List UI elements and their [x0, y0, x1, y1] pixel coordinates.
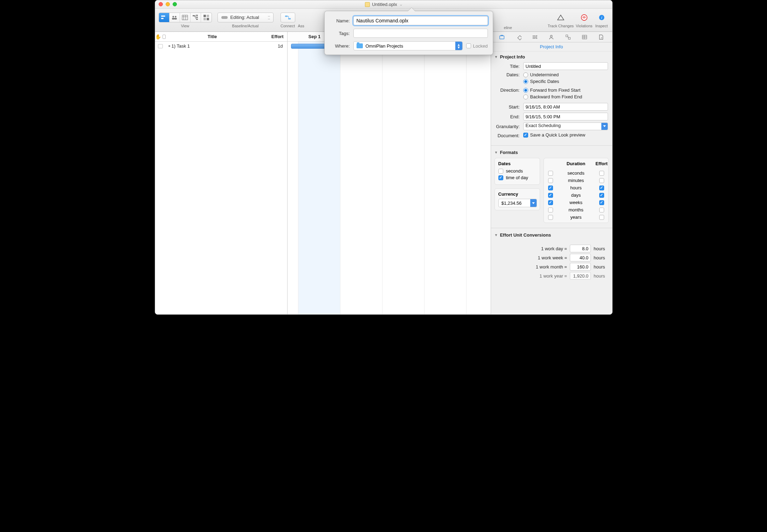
dates-tod-check[interactable]: time of day — [498, 175, 536, 180]
direction-backward-radio[interactable]: Backward from Fixed End — [523, 94, 608, 99]
view-segmented[interactable] — [159, 13, 212, 22]
svg-rect-19 — [203, 18, 206, 20]
violations-label: Violations — [576, 24, 593, 28]
dur-hours[interactable] — [548, 186, 553, 190]
tab-custom-data-icon[interactable] — [581, 33, 588, 41]
svg-rect-33 — [582, 35, 587, 39]
conv-day-field[interactable] — [570, 245, 591, 252]
note-icon[interactable] — [163, 35, 166, 39]
dur-weeks[interactable] — [548, 200, 553, 205]
gantt-body[interactable] — [288, 42, 491, 314]
locked-checkbox[interactable]: Locked — [466, 43, 488, 49]
timeline-label-partial: eline — [504, 26, 512, 31]
baseline-popup[interactable]: Editing: Actual — [217, 13, 274, 22]
section-conversions[interactable]: ▼ Effort Unit Conversions — [491, 230, 612, 240]
column-title[interactable]: Title — [166, 34, 259, 39]
tab-resource-icon[interactable] — [547, 33, 555, 41]
currency-box: Currency $1,234.56 — [495, 188, 540, 210]
tab-attachments-icon[interactable] — [597, 33, 605, 41]
conv-month-field[interactable] — [570, 263, 591, 271]
svg-rect-27 — [518, 35, 521, 40]
svg-rect-31 — [566, 35, 567, 36]
conv-week: 1 work week = hours — [491, 253, 612, 262]
violations-button[interactable] — [577, 13, 591, 22]
svg-point-28 — [536, 35, 537, 36]
section-formats[interactable]: ▼ Formats — [491, 147, 612, 158]
tags-field[interactable] — [353, 29, 488, 38]
project-title-field[interactable] — [523, 62, 608, 70]
task-effort[interactable]: 1d — [259, 43, 287, 49]
eff-months[interactable] — [599, 208, 604, 212]
eff-weeks[interactable] — [599, 200, 604, 205]
view-gantt-button[interactable] — [159, 13, 170, 22]
dur-days[interactable] — [548, 193, 553, 198]
track-changes-button[interactable] — [554, 13, 568, 22]
dur-seconds[interactable] — [548, 171, 553, 176]
currency-select[interactable]: $1,234.56 — [498, 199, 537, 207]
dates-seconds-check[interactable]: seconds — [498, 168, 536, 174]
view-styles-button[interactable] — [201, 13, 212, 22]
gantt-pane[interactable]: Sep 1 — [288, 32, 491, 314]
eff-hours[interactable] — [599, 186, 604, 190]
connect-button-wrap[interactable] — [281, 13, 295, 22]
where-select[interactable]: OmniPlan Projects ▲▼ — [353, 41, 463, 50]
svg-rect-26 — [500, 36, 504, 39]
inspector-title: Project Info — [491, 42, 612, 51]
svg-rect-21 — [285, 15, 287, 17]
row-note-icon[interactable] — [158, 44, 163, 48]
outline-pane: ✋ Title Effort 1) Task 1 1d — [155, 32, 288, 314]
eff-years[interactable] — [599, 215, 604, 220]
window-title[interactable]: Untitled.oplx ⌵ — [365, 2, 402, 7]
name-field[interactable] — [353, 16, 488, 25]
dates-box: Dates seconds time of day — [495, 158, 540, 185]
section-project-info[interactable]: ▼ Project Info — [491, 51, 612, 62]
granularity-select[interactable]: Exact Scheduling — [523, 122, 608, 130]
inspect-button[interactable]: i — [595, 13, 609, 22]
conv-week-field[interactable] — [570, 254, 591, 261]
tab-task-icon[interactable] — [531, 33, 539, 41]
dur-months[interactable] — [548, 208, 553, 212]
svg-rect-0 — [161, 15, 165, 16]
baseline-label: Baseline/Actual — [232, 24, 259, 28]
column-effort[interactable]: Effort — [259, 34, 287, 39]
tab-project-icon[interactable] — [498, 33, 506, 41]
task-row[interactable]: 1) Task 1 1d — [155, 42, 287, 51]
eff-days[interactable] — [599, 193, 604, 198]
svg-rect-12 — [196, 16, 198, 18]
zoom-button[interactable] — [173, 2, 177, 6]
quicklook-checkbox[interactable]: Save a Quick Look preview — [523, 132, 586, 138]
connect-button[interactable] — [281, 13, 295, 22]
disclosure-icon: ▼ — [495, 233, 498, 237]
inspector-pane: Project Info ▼ Project Info Title: Dates… — [491, 32, 612, 314]
tab-milestones-icon[interactable] — [514, 33, 522, 41]
svg-text:i: i — [601, 15, 602, 20]
view-resource-button[interactable] — [170, 13, 180, 22]
direction-forward-radio[interactable]: Forward from Fixed Start — [523, 88, 608, 93]
eff-seconds[interactable] — [599, 171, 604, 176]
svg-rect-4 — [172, 18, 174, 20]
title-label: Title: — [495, 64, 523, 69]
connect-label: Connect — [281, 24, 295, 28]
svg-point-2 — [172, 16, 174, 18]
dates-specific-radio[interactable]: Specific Dates — [523, 79, 608, 84]
eff-minutes[interactable] — [599, 178, 604, 183]
task-label[interactable]: 1) Task 1 — [170, 43, 259, 49]
conv-year-field[interactable] — [570, 272, 591, 280]
view-calendar-button[interactable] — [180, 13, 191, 22]
dur-minutes[interactable] — [548, 178, 553, 183]
conv-month: 1 work month = hours — [491, 262, 612, 271]
svg-rect-17 — [203, 15, 206, 17]
titlebar: Untitled.oplx ⌵ — [155, 0, 612, 9]
close-button[interactable] — [159, 2, 163, 6]
svg-point-3 — [175, 16, 177, 18]
start-field[interactable] — [523, 103, 608, 111]
end-field[interactable] — [523, 113, 608, 120]
dur-years[interactable] — [548, 215, 553, 220]
tab-styles-icon[interactable] — [564, 33, 572, 41]
end-label: End: — [495, 114, 523, 119]
svg-point-30 — [551, 35, 552, 37]
dates-undetermined-radio[interactable]: Undetermined — [523, 72, 608, 77]
view-network-button[interactable] — [191, 13, 201, 22]
hand-icon[interactable]: ✋ — [155, 34, 161, 40]
minimize-button[interactable] — [166, 2, 170, 6]
